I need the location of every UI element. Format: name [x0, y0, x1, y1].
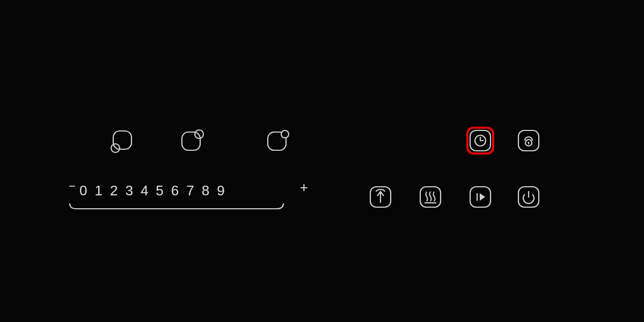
- power-icon: [517, 185, 540, 209]
- svg-rect-2: [182, 132, 200, 150]
- pause-play-button[interactable]: [469, 185, 492, 209]
- keep-warm-icon: [419, 185, 442, 209]
- zone-rear-left-button[interactable]: [180, 129, 204, 153]
- boost-button[interactable]: [369, 185, 392, 209]
- slider-digit-5[interactable]: 5: [156, 182, 163, 199]
- slider-digit-9[interactable]: 9: [217, 182, 224, 199]
- slider-plus-icon[interactable]: +: [300, 179, 308, 196]
- cooktop-control-panel: − 0 1 2 3 4 5 6 7 8 9 +: [0, 0, 644, 322]
- svg-rect-0: [113, 131, 131, 149]
- timer-button[interactable]: [469, 129, 492, 152]
- slider-track-icon: [69, 202, 294, 210]
- zone-front-left-button[interactable]: [110, 129, 135, 153]
- slider-digit-4[interactable]: 4: [141, 182, 148, 199]
- slider-digit-2[interactable]: 2: [110, 182, 118, 199]
- slider-digits: 0 1 2 3 4 5 6 7 8 9: [69, 182, 294, 199]
- slider-digit-1[interactable]: 1: [94, 182, 102, 199]
- svg-rect-8: [518, 130, 539, 151]
- slider-digit-8[interactable]: 8: [202, 182, 209, 199]
- slider-minus-icon[interactable]: −: [69, 179, 76, 193]
- zone-rear-right-icon: [266, 129, 290, 153]
- keep-warm-button[interactable]: [419, 185, 442, 209]
- svg-point-5: [281, 130, 289, 138]
- lock-button[interactable]: [517, 129, 540, 152]
- power-button[interactable]: [517, 185, 540, 209]
- power-level-slider[interactable]: − 0 1 2 3 4 5 6 7 8 9 +: [69, 182, 294, 210]
- timer-icon: [469, 129, 492, 152]
- pause-play-icon: [469, 185, 492, 209]
- slider-digit-3[interactable]: 3: [125, 182, 133, 199]
- zone-rear-right-button[interactable]: [266, 129, 290, 153]
- slider-digit-0[interactable]: 0: [79, 182, 87, 199]
- slider-digit-6[interactable]: 6: [171, 182, 179, 199]
- slider-digit-7[interactable]: 7: [186, 182, 194, 199]
- lock-icon: [517, 129, 540, 152]
- zone-rear-left-icon: [180, 129, 204, 153]
- boost-icon: [369, 185, 392, 209]
- zone-front-left-icon: [110, 129, 135, 153]
